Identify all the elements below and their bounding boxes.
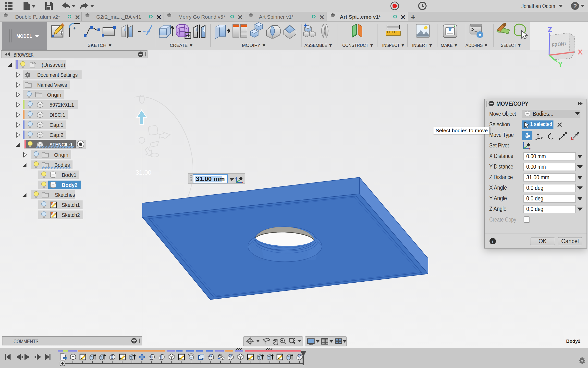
svg-text:0.00 mm: 0.00 mm — [526, 153, 546, 159]
svg-text:X: X — [578, 48, 583, 56]
svg-text:i: i — [492, 239, 493, 244]
svg-text:0.0 deg: 0.0 deg — [526, 195, 543, 202]
svg-text:X Distance: X Distance — [489, 153, 513, 159]
svg-text:Body2: Body2 — [566, 339, 580, 344]
svg-text:1 selected: 1 selected — [530, 121, 552, 127]
svg-text:0.0 deg: 0.0 deg — [526, 206, 543, 212]
svg-text:31.00 mm: 31.00 mm — [196, 175, 225, 183]
svg-text:31.00 mm: 31.00 mm — [526, 174, 549, 181]
svg-text:0.0 deg: 0.0 deg — [526, 185, 543, 191]
svg-text:MOVE/COPY: MOVE/COPY — [496, 101, 528, 107]
svg-text:Z: Z — [548, 25, 552, 33]
svg-text:0.00 mm: 0.00 mm — [526, 164, 546, 170]
svg-text:COMMENTS: COMMENTS — [13, 338, 38, 344]
svg-text:Move Type: Move Type — [489, 132, 514, 138]
svg-text:X Angle: X Angle — [489, 184, 507, 191]
svg-text:Z Distance: Z Distance — [489, 174, 513, 180]
svg-text:Create Copy: Create Copy — [489, 216, 516, 223]
svg-text:Set Pivot: Set Pivot — [489, 142, 509, 149]
svg-text:Move Object: Move Object — [489, 111, 516, 117]
svg-text:Bodies...: Bodies... — [533, 111, 553, 117]
svg-text:Y: Y — [558, 60, 563, 68]
svg-text:Selection: Selection — [489, 121, 510, 128]
svg-text:31.00: 31.00 — [135, 169, 151, 176]
svg-text:Z Angle: Z Angle — [489, 206, 506, 212]
svg-text:Y Distance: Y Distance — [489, 163, 513, 170]
svg-text:Y Angle: Y Angle — [489, 195, 507, 201]
